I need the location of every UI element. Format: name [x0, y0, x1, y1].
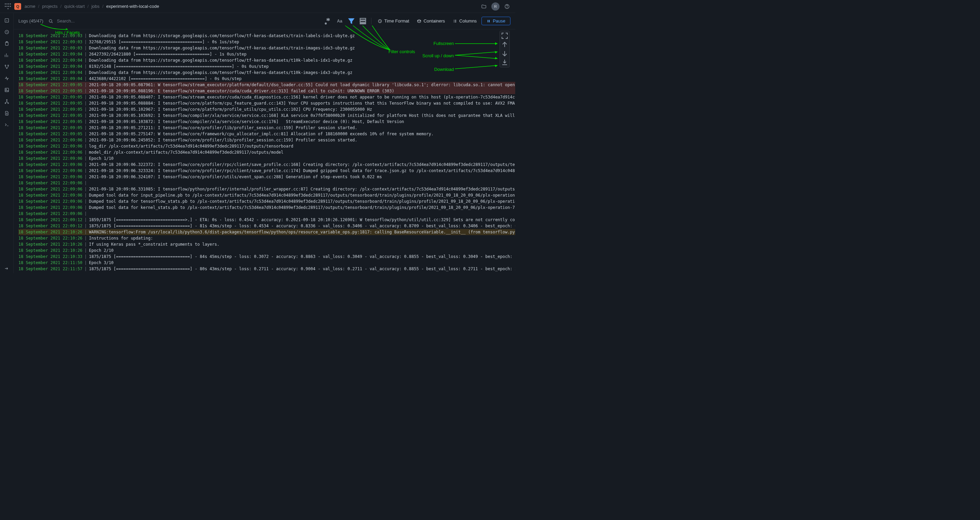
log-timestamp: 18 September 2021 22:09:06: [18, 180, 83, 186]
search-icon[interactable]: [48, 18, 54, 24]
sidebar-tree-icon[interactable]: [2, 97, 11, 106]
log-row[interactable]: 18 September 2021 22:10:26|Instructions …: [18, 235, 515, 241]
log-separator: |: [83, 125, 89, 131]
apps-grip-icon[interactable]: [5, 3, 11, 10]
search-input[interactable]: [57, 18, 227, 24]
time-format-label: Time Format: [384, 18, 409, 24]
sidebar-clipboard-icon[interactable]: [2, 39, 11, 48]
log-message: 1875/1875 [=============================…: [89, 266, 515, 272]
sidebar-clock-icon[interactable]: [2, 27, 11, 37]
log-row[interactable]: 18 September 2021 22:09:12|1875/1875 [==…: [18, 223, 515, 229]
log-row[interactable]: 18 September 2021 22:09:06|model_dir /pl…: [18, 149, 515, 155]
breadcrumb-seg[interactable]: jobs: [91, 4, 100, 9]
regex-icon[interactable]: [323, 16, 333, 26]
columns-button[interactable]: Columns: [450, 17, 479, 25]
log-timestamp: 18 September 2021 22:09:05: [18, 94, 83, 100]
log-separator: |: [83, 113, 89, 119]
log-row[interactable]: 18 September 2021 22:10:26|Epoch 2/10: [18, 247, 515, 253]
log-row[interactable]: 18 September 2021 22:09:06|2021-09-18 20…: [18, 174, 515, 180]
pause-button[interactable]: Pause: [482, 17, 511, 25]
containers-button[interactable]: Containers: [414, 17, 448, 25]
log-row[interactable]: 18 September 2021 22:09:06|2021-09-18 20…: [18, 162, 515, 168]
fullscreen-icon[interactable]: [501, 32, 509, 40]
log-row[interactable]: 18 September 2021 22:09:05|2021-09-18 20…: [18, 119, 515, 125]
log-row[interactable]: 18 September 2021 22:09:05|2021-09-18 20…: [18, 100, 515, 106]
log-row[interactable]: 18 September 2021 22:09:12|1859/1875 [==…: [18, 217, 515, 223]
log-timestamp: 18 September 2021 22:10:26: [18, 229, 83, 235]
log-row[interactable]: 18 September 2021 22:09:06|2021-09-18 20…: [18, 168, 515, 174]
log-row[interactable]: 18 September 2021 22:09:06|2021-09-18 20…: [18, 186, 515, 192]
log-row[interactable]: 18 September 2021 22:09:04|4423680/44221…: [18, 76, 515, 82]
log-separator: |: [83, 64, 89, 70]
breadcrumb-seg[interactable]: projects: [42, 4, 57, 9]
log-row[interactable]: 18 September 2021 22:09:04|Downloading d…: [18, 57, 515, 64]
sidebar-file-icon[interactable]: [2, 108, 11, 118]
help-icon[interactable]: [504, 3, 511, 10]
log-message: 2021-09-18 20:09:05.271211: I tensorflow…: [89, 125, 357, 131]
log-separator: |: [83, 33, 89, 39]
log-row[interactable]: 18 September 2021 22:09:06|: [18, 180, 515, 186]
float-actions: [500, 31, 510, 67]
log-row[interactable]: 18 September 2021 22:09:05|2021-09-18 20…: [18, 94, 515, 100]
log-row[interactable]: 18 September 2021 22:09:04|8192/5148 [==…: [18, 64, 515, 70]
breadcrumb-seg[interactable]: quick-start: [64, 4, 85, 9]
log-row[interactable]: 18 September 2021 22:09:06|Dumped tool d…: [18, 192, 515, 198]
containers-label: Containers: [423, 18, 445, 24]
sidebar-heart-icon[interactable]: [2, 73, 11, 83]
log-pane[interactable]: 18 September 2021 22:09:03|Downloading d…: [14, 29, 515, 273]
svg-point-13: [6, 100, 7, 100]
filter-funnel-icon[interactable]: [347, 16, 356, 26]
scroll-up-icon[interactable]: [501, 41, 509, 49]
log-row[interactable]: 18 September 2021 22:09:06|2021-09-18 20…: [18, 137, 515, 143]
log-row[interactable]: 18 September 2021 22:09:05|2021-09-18 20…: [18, 88, 515, 94]
case-sensitive-icon[interactable]: Aa: [335, 16, 345, 26]
log-row[interactable]: 18 September 2021 22:09:06|Dumped tool d…: [18, 204, 515, 211]
log-timestamp: 18 September 2021 22:11:57: [18, 266, 83, 272]
log-row[interactable]: 18 September 2021 22:09:06|log_dir /plx-…: [18, 143, 515, 149]
org-logo[interactable]: Q: [14, 3, 21, 10]
log-row[interactable]: 18 September 2021 22:09:03|Downloading d…: [18, 45, 515, 51]
facets-icon[interactable]: [358, 16, 368, 26]
log-message: Instructions for updating:: [89, 235, 153, 241]
log-row[interactable]: 18 September 2021 22:10:26|WARNING:tenso…: [18, 229, 515, 235]
log-separator: |: [83, 168, 89, 174]
breadcrumb-seg[interactable]: acme: [24, 4, 35, 9]
log-message: 2021-09-18 20:09:05.275147: W tensorflow…: [89, 131, 433, 137]
log-row[interactable]: 18 September 2021 22:09:06|Dumped tool d…: [18, 198, 515, 204]
log-separator: |: [83, 94, 89, 100]
log-row[interactable]: 18 September 2021 22:09:04|Downloading d…: [18, 70, 515, 76]
log-separator: |: [83, 131, 89, 137]
log-timestamp: 18 September 2021 22:09:04: [18, 57, 83, 64]
log-message: Epoch 2/10: [89, 247, 113, 253]
download-icon[interactable]: [501, 58, 509, 67]
log-row[interactable]: 18 September 2021 22:09:05|2021-09-18 20…: [18, 113, 515, 119]
log-row[interactable]: 18 September 2021 22:11:50|Epoch 3/10: [18, 260, 515, 266]
log-row[interactable]: 18 September 2021 22:09:06|Epoch 1/10: [18, 155, 515, 162]
log-row[interactable]: 18 September 2021 22:09:05|2021-09-18 20…: [18, 106, 515, 113]
folder-icon[interactable]: [480, 3, 487, 10]
sidebar-collapse-icon[interactable]: [2, 264, 11, 273]
log-row[interactable]: 18 September 2021 22:09:04|26427392/2642…: [18, 51, 515, 57]
log-row[interactable]: 18 September 2021 22:11:57|1875/1875 [==…: [18, 266, 515, 272]
avatar[interactable]: R: [492, 2, 500, 11]
scroll-down-icon[interactable]: [501, 49, 509, 57]
sidebar-terminal-icon[interactable]: [2, 120, 11, 129]
log-row[interactable]: 18 September 2021 22:10:26|If using Kera…: [18, 241, 515, 247]
time-format-button[interactable]: Time Format: [375, 17, 412, 25]
sidebar-chart-icon[interactable]: [2, 51, 11, 60]
log-row[interactable]: 18 September 2021 22:09:03|Downloading d…: [18, 33, 515, 39]
log-row[interactable]: 18 September 2021 22:09:05|2021-09-18 20…: [18, 82, 515, 88]
log-row[interactable]: 18 September 2021 22:09:06|: [18, 211, 515, 217]
log-row[interactable]: 18 September 2021 22:09:05|2021-09-18 20…: [18, 131, 515, 137]
log-row[interactable]: 18 September 2021 22:09:03|32768/29515 […: [18, 39, 515, 45]
sidebar-image-icon[interactable]: [2, 85, 11, 95]
sidebar-info-icon[interactable]: [2, 16, 11, 25]
log-row[interactable]: 18 September 2021 22:09:05|2021-09-18 20…: [18, 125, 515, 131]
sidebar-branch-icon[interactable]: [2, 62, 11, 72]
log-row[interactable]: 18 September 2021 22:10:33|1875/1875 [==…: [18, 253, 515, 260]
breadcrumb-seg[interactable]: experiment-with-local-code: [106, 4, 159, 9]
log-message: 2021-09-18 20:09:06.245052: I tensorflow…: [89, 137, 357, 143]
log-separator: |: [83, 76, 89, 82]
log-separator: |: [83, 235, 89, 241]
log-separator: |: [83, 247, 89, 253]
